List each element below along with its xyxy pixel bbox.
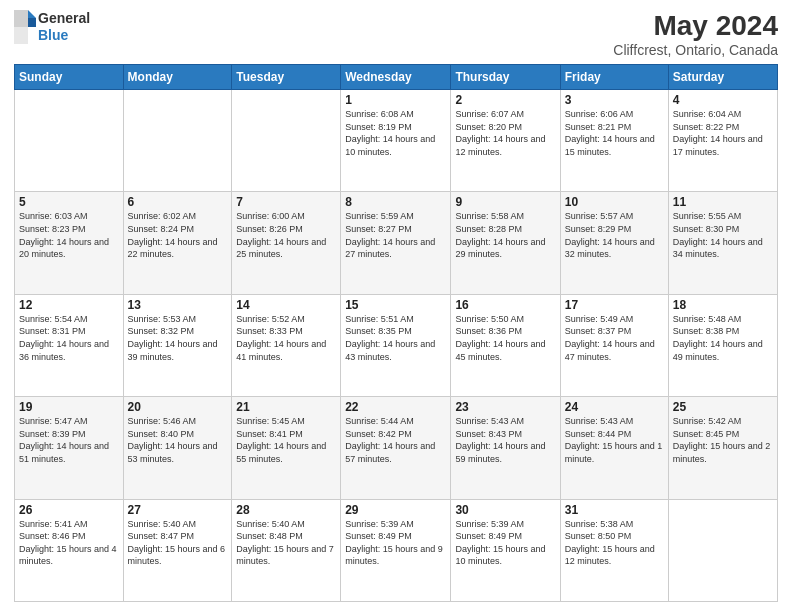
day-number: 3 <box>565 93 664 107</box>
day-cell: 12Sunrise: 5:54 AM Sunset: 8:31 PM Dayli… <box>15 294 124 396</box>
day-number: 12 <box>19 298 119 312</box>
day-detail: Sunrise: 5:38 AM Sunset: 8:50 PM Dayligh… <box>565 518 664 568</box>
day-cell: 16Sunrise: 5:50 AM Sunset: 8:36 PM Dayli… <box>451 294 560 396</box>
day-cell: 31Sunrise: 5:38 AM Sunset: 8:50 PM Dayli… <box>560 499 668 601</box>
day-detail: Sunrise: 6:06 AM Sunset: 8:21 PM Dayligh… <box>565 108 664 158</box>
day-number: 8 <box>345 195 446 209</box>
week-row-3: 12Sunrise: 5:54 AM Sunset: 8:31 PM Dayli… <box>15 294 778 396</box>
day-cell: 27Sunrise: 5:40 AM Sunset: 8:47 PM Dayli… <box>123 499 232 601</box>
day-number: 27 <box>128 503 228 517</box>
day-detail: Sunrise: 6:02 AM Sunset: 8:24 PM Dayligh… <box>128 210 228 260</box>
day-cell <box>668 499 777 601</box>
day-cell: 19Sunrise: 5:47 AM Sunset: 8:39 PM Dayli… <box>15 397 124 499</box>
day-number: 7 <box>236 195 336 209</box>
day-number: 28 <box>236 503 336 517</box>
day-detail: Sunrise: 5:43 AM Sunset: 8:43 PM Dayligh… <box>455 415 555 465</box>
day-number: 18 <box>673 298 773 312</box>
day-cell: 1Sunrise: 6:08 AM Sunset: 8:19 PM Daylig… <box>341 90 451 192</box>
day-detail: Sunrise: 5:50 AM Sunset: 8:36 PM Dayligh… <box>455 313 555 363</box>
day-cell: 7Sunrise: 6:00 AM Sunset: 8:26 PM Daylig… <box>232 192 341 294</box>
day-number: 22 <box>345 400 446 414</box>
day-number: 6 <box>128 195 228 209</box>
day-number: 20 <box>128 400 228 414</box>
day-number: 21 <box>236 400 336 414</box>
day-detail: Sunrise: 5:42 AM Sunset: 8:45 PM Dayligh… <box>673 415 773 465</box>
day-cell: 18Sunrise: 5:48 AM Sunset: 8:38 PM Dayli… <box>668 294 777 396</box>
weekday-header-thursday: Thursday <box>451 65 560 90</box>
day-detail: Sunrise: 6:03 AM Sunset: 8:23 PM Dayligh… <box>19 210 119 260</box>
day-detail: Sunrise: 5:41 AM Sunset: 8:46 PM Dayligh… <box>19 518 119 568</box>
weekday-header-sunday: Sunday <box>15 65 124 90</box>
main-title: May 2024 <box>613 10 778 42</box>
logo-blue-text: Blue <box>38 27 90 44</box>
day-cell: 21Sunrise: 5:45 AM Sunset: 8:41 PM Dayli… <box>232 397 341 499</box>
title-block: May 2024 Cliffcrest, Ontario, Canada <box>613 10 778 58</box>
day-cell: 8Sunrise: 5:59 AM Sunset: 8:27 PM Daylig… <box>341 192 451 294</box>
weekday-header-tuesday: Tuesday <box>232 65 341 90</box>
day-detail: Sunrise: 6:00 AM Sunset: 8:26 PM Dayligh… <box>236 210 336 260</box>
day-detail: Sunrise: 5:47 AM Sunset: 8:39 PM Dayligh… <box>19 415 119 465</box>
day-detail: Sunrise: 5:39 AM Sunset: 8:49 PM Dayligh… <box>345 518 446 568</box>
day-detail: Sunrise: 6:08 AM Sunset: 8:19 PM Dayligh… <box>345 108 446 158</box>
weekday-header-wednesday: Wednesday <box>341 65 451 90</box>
day-detail: Sunrise: 5:39 AM Sunset: 8:49 PM Dayligh… <box>455 518 555 568</box>
day-cell: 2Sunrise: 6:07 AM Sunset: 8:20 PM Daylig… <box>451 90 560 192</box>
week-row-2: 5Sunrise: 6:03 AM Sunset: 8:23 PM Daylig… <box>15 192 778 294</box>
day-cell: 24Sunrise: 5:43 AM Sunset: 8:44 PM Dayli… <box>560 397 668 499</box>
day-number: 31 <box>565 503 664 517</box>
day-number: 14 <box>236 298 336 312</box>
day-number: 4 <box>673 93 773 107</box>
svg-rect-1 <box>14 10 28 27</box>
logo-general-text: General <box>38 10 90 27</box>
day-cell: 17Sunrise: 5:49 AM Sunset: 8:37 PM Dayli… <box>560 294 668 396</box>
day-cell: 30Sunrise: 5:39 AM Sunset: 8:49 PM Dayli… <box>451 499 560 601</box>
day-number: 1 <box>345 93 446 107</box>
day-cell: 6Sunrise: 6:02 AM Sunset: 8:24 PM Daylig… <box>123 192 232 294</box>
day-number: 24 <box>565 400 664 414</box>
day-cell: 22Sunrise: 5:44 AM Sunset: 8:42 PM Dayli… <box>341 397 451 499</box>
day-detail: Sunrise: 5:57 AM Sunset: 8:29 PM Dayligh… <box>565 210 664 260</box>
day-cell: 13Sunrise: 5:53 AM Sunset: 8:32 PM Dayli… <box>123 294 232 396</box>
day-detail: Sunrise: 5:44 AM Sunset: 8:42 PM Dayligh… <box>345 415 446 465</box>
day-cell: 5Sunrise: 6:03 AM Sunset: 8:23 PM Daylig… <box>15 192 124 294</box>
calendar: SundayMondayTuesdayWednesdayThursdayFrid… <box>14 64 778 602</box>
logo: General Blue <box>14 10 90 44</box>
weekday-header-row: SundayMondayTuesdayWednesdayThursdayFrid… <box>15 65 778 90</box>
day-number: 15 <box>345 298 446 312</box>
day-detail: Sunrise: 5:59 AM Sunset: 8:27 PM Dayligh… <box>345 210 446 260</box>
day-detail: Sunrise: 5:43 AM Sunset: 8:44 PM Dayligh… <box>565 415 664 465</box>
day-detail: Sunrise: 5:48 AM Sunset: 8:38 PM Dayligh… <box>673 313 773 363</box>
day-cell: 9Sunrise: 5:58 AM Sunset: 8:28 PM Daylig… <box>451 192 560 294</box>
day-number: 13 <box>128 298 228 312</box>
day-cell: 29Sunrise: 5:39 AM Sunset: 8:49 PM Dayli… <box>341 499 451 601</box>
day-detail: Sunrise: 5:51 AM Sunset: 8:35 PM Dayligh… <box>345 313 446 363</box>
day-cell: 15Sunrise: 5:51 AM Sunset: 8:35 PM Dayli… <box>341 294 451 396</box>
day-detail: Sunrise: 5:49 AM Sunset: 8:37 PM Dayligh… <box>565 313 664 363</box>
day-detail: Sunrise: 5:46 AM Sunset: 8:40 PM Dayligh… <box>128 415 228 465</box>
day-number: 30 <box>455 503 555 517</box>
day-detail: Sunrise: 6:07 AM Sunset: 8:20 PM Dayligh… <box>455 108 555 158</box>
day-detail: Sunrise: 5:55 AM Sunset: 8:30 PM Dayligh… <box>673 210 773 260</box>
header: General Blue May 2024 Cliffcrest, Ontari… <box>14 10 778 58</box>
day-cell <box>232 90 341 192</box>
day-detail: Sunrise: 5:54 AM Sunset: 8:31 PM Dayligh… <box>19 313 119 363</box>
logo-graphic-icon <box>14 10 36 44</box>
day-number: 29 <box>345 503 446 517</box>
day-cell: 28Sunrise: 5:40 AM Sunset: 8:48 PM Dayli… <box>232 499 341 601</box>
weekday-header-saturday: Saturday <box>668 65 777 90</box>
day-cell: 11Sunrise: 5:55 AM Sunset: 8:30 PM Dayli… <box>668 192 777 294</box>
day-detail: Sunrise: 5:40 AM Sunset: 8:48 PM Dayligh… <box>236 518 336 568</box>
day-cell <box>15 90 124 192</box>
sub-title: Cliffcrest, Ontario, Canada <box>613 42 778 58</box>
day-detail: Sunrise: 5:52 AM Sunset: 8:33 PM Dayligh… <box>236 313 336 363</box>
day-cell: 25Sunrise: 5:42 AM Sunset: 8:45 PM Dayli… <box>668 397 777 499</box>
day-detail: Sunrise: 5:58 AM Sunset: 8:28 PM Dayligh… <box>455 210 555 260</box>
day-detail: Sunrise: 5:40 AM Sunset: 8:47 PM Dayligh… <box>128 518 228 568</box>
day-number: 9 <box>455 195 555 209</box>
day-number: 10 <box>565 195 664 209</box>
day-number: 11 <box>673 195 773 209</box>
day-number: 26 <box>19 503 119 517</box>
week-row-4: 19Sunrise: 5:47 AM Sunset: 8:39 PM Dayli… <box>15 397 778 499</box>
svg-marker-3 <box>28 18 36 27</box>
svg-marker-2 <box>28 10 36 18</box>
